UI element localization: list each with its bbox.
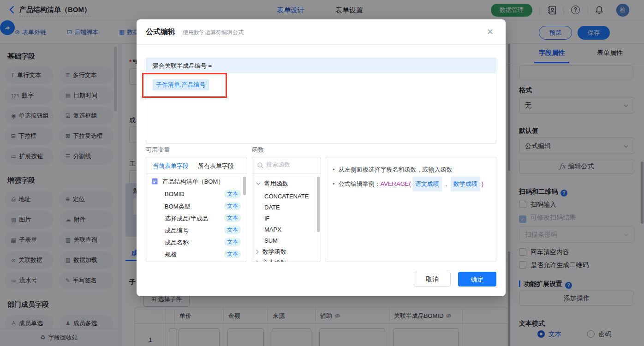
variable-item-bom-type[interactable]: BOM类型: [165, 203, 191, 211]
function-search-input[interactable]: [266, 161, 316, 168]
type-badge: 文本: [224, 202, 241, 210]
variable-item-product-name[interactable]: 成品名称: [165, 239, 189, 247]
function-group-math[interactable]: 数学函数: [256, 248, 286, 256]
functions-scrollbar[interactable]: [317, 177, 320, 232]
function-item-concatenate[interactable]: CONCATENATE: [264, 193, 309, 200]
confirm-button[interactable]: 确定: [458, 272, 496, 286]
variables-tabs: 当前表单字段 所有表单字段: [146, 157, 247, 174]
variable-item-spec[interactable]: 规格: [165, 251, 177, 259]
modal-title: 公式编辑: [146, 27, 175, 37]
type-badge: 文本: [224, 238, 241, 246]
variables-panel: 当前表单字段 所有表单字段 产品结构清单（BOM） BOMID 文本 BOM类型…: [146, 157, 247, 262]
formula-edit-modal: 公式编辑 使用数学运算符编辑公式 ✕ 聚合关联半成品编号 = 子件清单.产品编号…: [137, 19, 506, 296]
tip-line-1: •从左侧面板选择字段名和函数，或输入函数: [333, 163, 489, 177]
chevron-down-icon: [256, 180, 261, 187]
document-icon: [152, 178, 158, 185]
variable-item-bomid[interactable]: BOMID: [165, 191, 185, 197]
example-field-chip: 语文成绩: [412, 177, 442, 191]
function-item-if[interactable]: IF: [264, 215, 270, 222]
tip-line-2: •公式编辑举例：AVERAGE(语文成绩，数学成绩): [333, 177, 489, 191]
type-badge: 文本: [224, 190, 241, 198]
variables-scrollbar[interactable]: [243, 177, 246, 195]
formula-target-band: 聚合关联半成品编号 =: [146, 58, 496, 73]
function-item-mapx[interactable]: MAPX: [264, 226, 281, 233]
example-field-chip: 数学成绩: [451, 177, 480, 191]
variable-item-product-code[interactable]: 成品编号: [165, 227, 189, 235]
chevron-right-icon: [256, 248, 259, 255]
tips-panel: •从左侧面板选择字段名和函数，或输入函数 •公式编辑举例：AVERAGE(语文成…: [326, 157, 496, 262]
functions-panel: 常用函数 CONCATENATE DATE IF MAPX SUM 数学函数 文…: [252, 157, 321, 262]
functions-caption: 函数: [252, 146, 264, 154]
function-group-text[interactable]: 文本函数: [256, 258, 286, 262]
tab-all-form-fields[interactable]: 所有表单字段: [198, 162, 234, 170]
modal-subtitle: 使用数学运算符编辑公式: [183, 29, 244, 36]
modal-header: 公式编辑 使用数学运算符编辑公式 ✕: [137, 19, 506, 45]
type-badge: 文本: [224, 226, 241, 234]
variables-caption: 可用变量: [146, 146, 170, 154]
function-item-sum[interactable]: SUM: [264, 237, 278, 244]
function-group-common[interactable]: 常用函数: [256, 179, 288, 188]
variable-item-select-product[interactable]: 选择成品/半成品: [165, 215, 209, 223]
function-name-example: AVERAGE(: [381, 180, 411, 187]
variables-tree-root[interactable]: 产品结构清单（BOM）: [152, 178, 224, 186]
cancel-button[interactable]: 取消: [414, 272, 451, 286]
chevron-right-icon: [256, 259, 259, 262]
type-badge: 文本: [224, 214, 241, 222]
function-search: [252, 157, 321, 174]
type-badge: 文本: [224, 250, 241, 258]
function-item-date[interactable]: DATE: [264, 204, 280, 211]
tab-current-form-fields[interactable]: 当前表单字段: [153, 162, 189, 170]
close-icon[interactable]: ✕: [487, 27, 494, 37]
search-icon: [257, 162, 264, 169]
app-screen: 产品结构清单（BOM） 表单设计 表单设置 数据管理 ? 检 ⊘表单外链 ⊡后端…: [0, 0, 644, 346]
formula-field-chip[interactable]: 子件清单.产品编号: [153, 79, 209, 90]
formula-editor[interactable]: 聚合关联半成品编号 = 子件清单.产品编号: [146, 58, 496, 143]
